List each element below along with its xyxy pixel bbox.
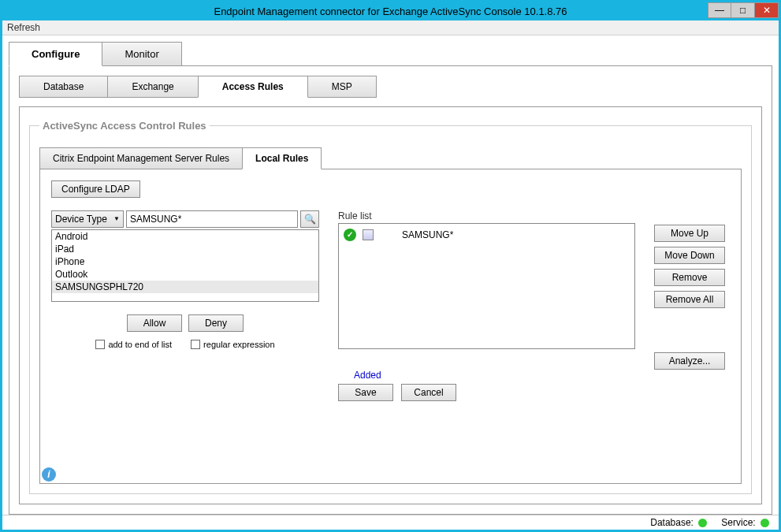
filter-dropdown[interactable]: Device Type ▼ bbox=[51, 210, 124, 228]
device-listbox[interactable]: Android iPad iPhone Outlook SAMSUNGSPHL7… bbox=[51, 229, 319, 302]
rule-list-label: Rule list bbox=[338, 210, 635, 221]
status-message: Added bbox=[354, 370, 635, 381]
refresh-menu[interactable]: Refresh bbox=[7, 22, 40, 33]
status-database-label: Database: bbox=[650, 517, 694, 528]
group-legend: ActiveSync Access Control Rules bbox=[39, 120, 210, 132]
move-up-button[interactable]: Move Up bbox=[654, 225, 725, 242]
status-database-dot bbox=[698, 519, 707, 527]
status-service-label: Service: bbox=[721, 517, 755, 528]
list-item[interactable]: iPhone bbox=[52, 255, 318, 268]
add-end-checkbox[interactable]: add to end of list bbox=[95, 340, 172, 349]
search-icon: 🔍 bbox=[304, 214, 316, 225]
list-item[interactable]: SAMSUNGSPHL720 bbox=[52, 281, 318, 293]
cancel-button[interactable]: Cancel bbox=[401, 384, 456, 401]
checkbox-icon bbox=[191, 340, 200, 349]
regex-checkbox[interactable]: regular expression bbox=[191, 340, 275, 349]
allow-button[interactable]: Allow bbox=[127, 314, 182, 332]
maximize-button[interactable]: □ bbox=[731, 2, 755, 18]
filter-dropdown-label: Device Type bbox=[55, 214, 107, 225]
add-end-label: add to end of list bbox=[108, 340, 172, 349]
allow-status-icon: ✓ bbox=[344, 229, 356, 241]
subtab-database[interactable]: Database bbox=[19, 76, 108, 98]
list-item[interactable]: Android bbox=[52, 230, 318, 243]
rule-row[interactable]: ✓ SAMSUNG* bbox=[342, 227, 631, 243]
checkbox-icon bbox=[95, 340, 105, 349]
filter-input[interactable] bbox=[126, 210, 298, 228]
deny-button[interactable]: Deny bbox=[188, 314, 244, 332]
tab-monitor[interactable]: Monitor bbox=[102, 42, 181, 66]
tab-configure[interactable]: Configure bbox=[9, 42, 102, 66]
save-button[interactable]: Save bbox=[338, 384, 393, 401]
remove-button[interactable]: Remove bbox=[654, 269, 725, 286]
device-icon bbox=[363, 229, 374, 240]
innertab-local-rules[interactable]: Local Rules bbox=[242, 147, 322, 169]
remove-all-button[interactable]: Remove All bbox=[654, 291, 725, 308]
list-item[interactable]: Outlook bbox=[52, 268, 318, 281]
analyze-button[interactable]: Analyze... bbox=[654, 352, 725, 370]
subtab-access-rules[interactable]: Access Rules bbox=[198, 76, 308, 98]
info-icon[interactable]: i bbox=[42, 467, 56, 482]
subtab-msp[interactable]: MSP bbox=[307, 76, 377, 98]
access-control-group: ActiveSync Access Control Rules Citrix E… bbox=[29, 120, 752, 494]
innertab-server-rules[interactable]: Citrix Endpoint Management Server Rules bbox=[39, 147, 243, 169]
statusbar: Database: Service: bbox=[2, 515, 779, 530]
rule-text: SAMSUNG* bbox=[402, 229, 453, 240]
rule-list[interactable]: ✓ SAMSUNG* bbox=[338, 223, 635, 349]
configure-ldap-button[interactable]: Configure LDAP bbox=[51, 180, 140, 198]
subtab-exchange[interactable]: Exchange bbox=[107, 76, 198, 98]
status-service-dot bbox=[761, 519, 769, 527]
menubar: Refresh bbox=[2, 20, 779, 35]
move-down-button[interactable]: Move Down bbox=[654, 247, 725, 264]
window-title: Endpoint Management connector for Exchan… bbox=[2, 6, 779, 17]
minimize-button[interactable]: — bbox=[708, 2, 731, 18]
search-button[interactable]: 🔍 bbox=[300, 210, 319, 228]
titlebar: Endpoint Management connector for Exchan… bbox=[2, 2, 779, 20]
regex-label: regular expression bbox=[203, 340, 275, 349]
close-button[interactable]: ✕ bbox=[755, 2, 779, 18]
chevron-down-icon: ▼ bbox=[113, 215, 120, 222]
list-item[interactable]: iPad bbox=[52, 243, 318, 255]
